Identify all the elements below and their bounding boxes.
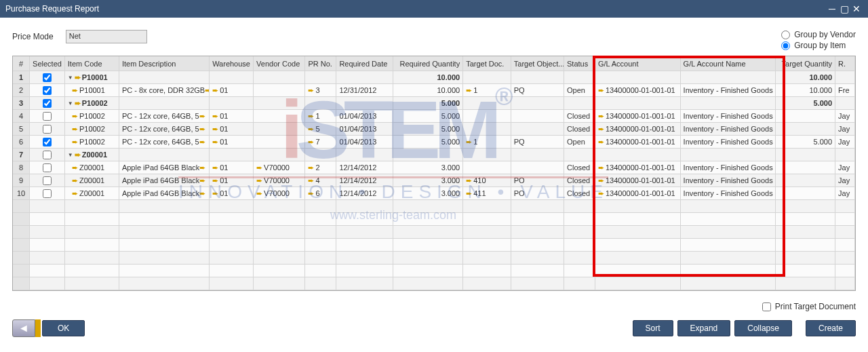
collapse-triangle-icon[interactable]: ▼ (68, 152, 73, 158)
cell[interactable] (336, 71, 393, 83)
sort-button[interactable]: Sort (633, 320, 673, 336)
cell[interactable]: ➨13400000-01-001-01 (595, 161, 681, 174)
col-pr-no[interactable]: PR No. (305, 56, 336, 71)
cell[interactable]: 5.000 (393, 110, 463, 122)
cell[interactable] (210, 71, 254, 83)
cell[interactable]: ➨13400000-01-001-01 (595, 123, 681, 135)
col-selected[interactable]: Selected (30, 56, 65, 71)
close-icon[interactable]: ✕ (850, 4, 863, 14)
link-arrow-icon[interactable]: ➨ (308, 138, 314, 146)
cell[interactable]: 12/14/2012 (336, 161, 393, 174)
cell[interactable] (463, 97, 511, 109)
cell[interactable] (254, 136, 305, 148)
cell[interactable]: Closed (564, 187, 595, 199)
cell[interactable]: PC - 12x core, 64GB, 5 ➨ (119, 123, 210, 135)
table-row[interactable]: 4 ➨P10002PC - 12x core, 64GB, 5 ➨➨01➨101… (13, 110, 855, 123)
cell[interactable] (305, 71, 336, 83)
cell[interactable]: ➨13400000-01-001-01 (595, 187, 681, 199)
cell[interactable]: Inventory - Finished Goods (681, 161, 776, 174)
cell[interactable]: ➨1 (305, 110, 336, 122)
cell[interactable]: 5.000 (393, 97, 463, 109)
col-target-qty[interactable]: Target Quantity (776, 56, 835, 71)
table-row[interactable]: 3▼➨P100025.0005.000 (13, 97, 855, 110)
link-arrow-icon[interactable]: ➨ (212, 189, 218, 198)
cell[interactable]: 2 (13, 84, 30, 96)
cell[interactable]: ➨5 (305, 123, 336, 135)
table-row[interactable]: 1▼➨P1000110.00010.000 (13, 71, 855, 84)
cell[interactable]: Inventory - Finished Goods (681, 174, 776, 187)
cell[interactable] (463, 149, 511, 161)
cell[interactable]: ➨Z00001 (65, 187, 119, 199)
cell[interactable]: 5.000 (776, 136, 835, 148)
cell[interactable]: Closed (564, 174, 595, 187)
link-arrow-icon[interactable]: ➨ (256, 163, 262, 172)
cell[interactable]: Jay (835, 161, 855, 174)
cell[interactable]: 7 (13, 149, 30, 161)
cell[interactable]: Apple iPad 64GB Black ➨ (119, 187, 210, 199)
link-arrow-icon[interactable]: ➨ (598, 138, 604, 146)
col-warehouse[interactable]: Warehouse (210, 56, 254, 71)
cell[interactable] (254, 123, 305, 135)
cell[interactable]: Fre (835, 84, 855, 96)
table-row[interactable]: 5 ➨P10002PC - 12x core, 64GB, 5 ➨➨01➨501… (13, 123, 855, 136)
cell[interactable]: 12/14/2012 (336, 187, 393, 199)
cell[interactable]: ▼➨P10002 (65, 97, 119, 109)
col-item-desc[interactable]: Item Description (119, 56, 210, 71)
row-checkbox[interactable] (43, 151, 52, 159)
cell[interactable] (776, 161, 835, 174)
cell[interactable]: ➨4 (305, 174, 336, 187)
link-arrow-icon[interactable]: ➨ (199, 163, 205, 172)
link-arrow-icon[interactable]: ➨ (598, 86, 604, 95)
cell[interactable]: ➨1 (463, 84, 511, 96)
cell[interactable]: 3.000 (393, 174, 463, 187)
link-arrow-icon[interactable]: ➨ (598, 112, 604, 121)
cell[interactable] (835, 97, 855, 109)
cell[interactable] (30, 187, 65, 199)
link-arrow-icon[interactable]: ➨ (308, 163, 314, 172)
cell[interactable]: Closed (564, 110, 595, 122)
link-arrow-icon[interactable]: ➨ (466, 176, 472, 185)
cell[interactable] (511, 161, 564, 174)
cell[interactable]: 10.000 (776, 71, 835, 83)
create-button[interactable]: Create (806, 320, 856, 336)
cell[interactable]: 10.000 (393, 71, 463, 83)
cell[interactable]: PC - 8x core, DDR 32GB ➨ (119, 84, 210, 96)
cell[interactable] (681, 149, 776, 161)
cell[interactable] (254, 71, 305, 83)
cell[interactable] (564, 71, 595, 83)
link-arrow-icon[interactable]: ➨ (199, 125, 205, 134)
cell[interactable] (254, 97, 305, 109)
link-arrow-icon[interactable]: ➨ (212, 176, 218, 185)
group-by-vendor-option[interactable]: Group by Vendor (781, 30, 856, 39)
cell[interactable] (511, 123, 564, 135)
cell[interactable] (595, 97, 681, 109)
cell[interactable] (511, 110, 564, 122)
cell[interactable]: 8 (13, 161, 30, 174)
cell[interactable]: Inventory - Finished Goods (681, 110, 776, 122)
cell[interactable] (210, 97, 254, 109)
collapse-triangle-icon[interactable]: ▼ (68, 100, 73, 106)
cell[interactable]: PC - 12x core, 64GB, 5 ➨ (119, 110, 210, 122)
cell[interactable]: Jay (835, 174, 855, 187)
cell[interactable]: ➨410 (463, 174, 511, 187)
cell[interactable]: ➨01 (210, 84, 254, 96)
col-target-obj[interactable]: Target Object... (511, 56, 564, 71)
link-arrow-icon[interactable]: ➨ (212, 163, 218, 172)
link-arrow-icon[interactable]: ➨ (212, 125, 218, 134)
cell[interactable]: Jay (835, 187, 855, 199)
cell[interactable] (254, 84, 305, 96)
cell[interactable] (564, 149, 595, 161)
cell[interactable] (305, 149, 336, 161)
link-arrow-icon[interactable]: ➨ (466, 86, 472, 95)
link-arrow-icon[interactable]: ➨ (199, 138, 205, 146)
cell[interactable]: 9 (13, 174, 30, 187)
row-checkbox[interactable] (43, 176, 52, 185)
link-arrow-icon[interactable]: ➨ (212, 112, 218, 121)
group-by-item-option[interactable]: Group by Item (781, 41, 856, 50)
row-checkbox[interactable] (43, 99, 52, 108)
cell[interactable]: Jay (835, 136, 855, 148)
cell[interactable]: 10.000 (776, 84, 835, 96)
link-arrow-icon[interactable]: ➨ (72, 176, 78, 185)
cell[interactable] (305, 97, 336, 109)
link-arrow-icon[interactable]: ➨ (72, 189, 78, 198)
